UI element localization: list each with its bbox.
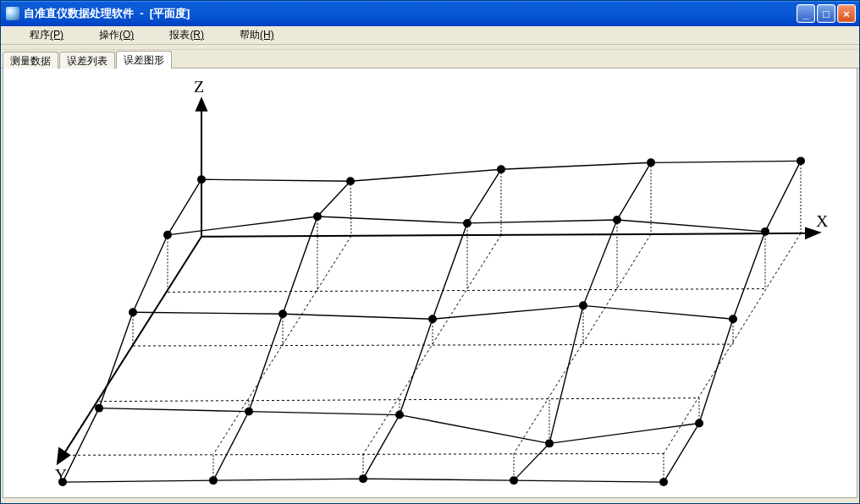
axes-group [58,99,819,463]
tab-measurement-data[interactable]: 测量数据 [3,52,58,68]
tab-error-graph[interactable]: 误差图形 [116,51,172,68]
svg-point-41 [647,158,655,167]
svg-point-42 [797,156,805,165]
svg-point-50 [428,315,437,323]
svg-point-61 [510,476,518,485]
menu-program-label: 程序 [30,29,50,41]
svg-point-45 [463,219,471,227]
chart-svg: Z X Y [3,68,857,497]
svg-point-46 [613,216,621,224]
svg-point-53 [95,404,103,413]
reference-plane-grid [63,233,801,455]
svg-point-40 [497,165,505,173]
svg-point-56 [545,439,554,447]
svg-point-62 [659,478,668,486]
maximize-button[interactable]: □ [817,4,835,23]
axis-label-z: Z [194,77,204,96]
svg-point-39 [346,177,355,185]
tab-error-list[interactable]: 误差列表 [59,52,115,68]
menu-help-hotkey: (H) [260,29,274,41]
svg-line-7 [168,288,765,292]
svg-point-57 [695,419,703,428]
menu-operate-hotkey: (O) [119,29,134,41]
minimize-button[interactable]: _ [797,4,815,23]
tabstrip: 测量数据 误差列表 误差图形 [1,50,859,68]
svg-point-58 [58,478,67,486]
menu-help-label: 帮助 [240,29,260,41]
statusbar [1,500,859,503]
svg-marker-5 [58,448,69,463]
svg-point-51 [579,301,587,310]
svg-line-15 [664,233,801,453]
svg-marker-1 [196,99,207,111]
svg-point-49 [278,310,287,318]
svg-point-55 [395,411,404,419]
svg-point-60 [359,474,367,483]
menu-report-label: 报表 [169,29,190,41]
svg-point-38 [197,175,206,184]
menu-report-hotkey: (R) [190,29,204,41]
svg-line-14 [514,234,651,453]
svg-line-4 [63,237,201,456]
svg-point-54 [245,408,253,416]
svg-line-8 [133,344,733,346]
chart-canvas: Z X Y [3,68,857,498]
svg-point-52 [729,315,737,323]
svg-line-16 [350,181,351,236]
surface-nodes [58,156,805,486]
svg-point-59 [209,476,218,485]
axis-label-x: X [816,211,829,230]
close-button[interactable]: × [837,4,856,23]
svg-point-47 [761,227,769,236]
drop-lines [133,161,801,482]
menubar: 程序(P) 操作(O) 报表(R) 帮助(H) [1,26,859,45]
svg-point-43 [163,231,172,239]
menu-operate-label: 操作 [99,29,119,41]
svg-point-48 [129,308,137,316]
window-controls: _ □ × [797,4,856,23]
svg-point-44 [313,212,322,221]
menu-program-hotkey: (P) [50,29,63,41]
app-window: 自准直仪数据处理软件 - [平面度] _ □ × 程序(P) 操作(O) 报表(… [0,0,860,504]
